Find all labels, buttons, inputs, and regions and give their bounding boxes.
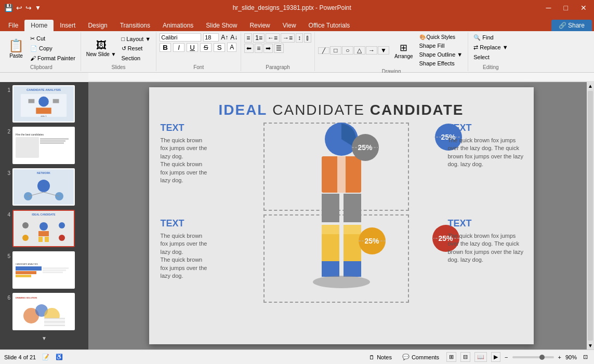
view-slide-sorter-icon[interactable]: ⊟ (460, 352, 470, 362)
share-button[interactable]: 🔗 Share (551, 20, 592, 31)
font-size-input[interactable] (203, 33, 219, 42)
tab-home[interactable]: Home (24, 20, 54, 31)
view-normal-icon[interactable]: ⊞ (446, 352, 456, 362)
svg-point-3 (38, 97, 49, 107)
find-button[interactable]: 🔍 Find (471, 33, 495, 42)
zoom-out-icon[interactable]: − (505, 354, 508, 360)
close-button[interactable]: ✕ (577, 3, 590, 13)
svg-point-19 (22, 235, 29, 241)
shape-fill-button[interactable]: Shape Fill (417, 42, 465, 50)
tab-insert[interactable]: Insert (54, 20, 82, 31)
slide-img-3[interactable]: NETWORK (12, 168, 75, 206)
tab-review[interactable]: Review (243, 20, 276, 31)
zoom-slider[interactable] (512, 356, 554, 358)
font-increase-icon[interactable]: A↑ (221, 34, 228, 41)
slides-group: 🖼 New Slide ▼ □ Layout ▼ ↺ Reset Section… (81, 32, 156, 71)
tab-office-tutorials[interactable]: Office Tutorials (302, 20, 357, 31)
save-icon[interactable]: 💾 (4, 4, 13, 12)
align-left-button[interactable]: ⬅ (244, 44, 254, 53)
justify-button[interactable]: ☰ (274, 44, 284, 53)
bullets-button[interactable]: ≡ (244, 33, 252, 43)
zoom-in-icon[interactable]: + (558, 354, 561, 360)
scroll-down-icon[interactable]: ▼ (42, 335, 47, 341)
slide-thumb-5[interactable]: 5 CANDIDATE ANALYSIS (2, 250, 86, 290)
italic-button[interactable]: I (173, 43, 184, 52)
bold-button[interactable]: B (160, 43, 171, 52)
shape-rect-icon[interactable]: □ (330, 46, 341, 55)
tab-transitions[interactable]: Transitions (114, 20, 156, 31)
tab-view[interactable]: View (276, 20, 302, 31)
arrange-button[interactable]: ⊞ Arrange (392, 41, 415, 60)
slide-num-1: 1 (3, 85, 10, 93)
slide-num-4: 4 (3, 210, 10, 218)
title-bar-controls: ─ □ ✕ (543, 3, 590, 13)
paste-button[interactable]: 📋 Paste (5, 37, 27, 60)
minimize-button[interactable]: ─ (543, 3, 555, 13)
shape-oval-icon[interactable]: ○ (342, 46, 353, 55)
slide-thumb-6[interactable]: 6 DRAWING SOLUTION (2, 292, 86, 331)
comments-button[interactable]: 💬 Comments (399, 353, 442, 361)
line-spacing-button[interactable]: ↕ (296, 33, 303, 43)
replace-button[interactable]: ⇄ Replace ▼ (471, 43, 510, 52)
scroll-up-arrow[interactable]: ▲ (587, 82, 594, 90)
svg-point-8 (37, 180, 50, 192)
slide-img-2[interactable]: Hire the best candidates (12, 127, 75, 164)
notes-button[interactable]: 🗒 Notes (366, 353, 395, 361)
numbering-button[interactable]: 1≡ (253, 33, 265, 43)
tab-file[interactable]: File (2, 20, 24, 31)
shape-arrow-icon[interactable]: → (366, 46, 377, 55)
slide-thumb-1[interactable]: 1 CANDIDATE ANALYSIS slide 1 (2, 84, 86, 124)
font-decrease-icon[interactable]: A↓ (230, 34, 237, 41)
reset-button[interactable]: ↺ Reset (120, 44, 153, 53)
text-body-bottom-right: The quick brown fox jumps over the lazy … (448, 232, 529, 264)
slide-img-4[interactable]: IDEAL CANDIDATE (12, 210, 75, 247)
undo-icon[interactable]: ↩ (16, 4, 22, 12)
slide-img-6[interactable]: DRAWING SOLUTION (12, 293, 75, 330)
align-right-button[interactable]: ➡ (263, 44, 273, 53)
tab-animations[interactable]: Animations (156, 20, 200, 31)
slide-thumb-3[interactable]: 3 NETWORK (2, 167, 86, 207)
shape-effects-button[interactable]: Shape Effects (417, 59, 465, 68)
section-button[interactable]: Section (120, 54, 153, 62)
font-family-input[interactable] (160, 33, 201, 42)
align-center-button[interactable]: ≡ (255, 44, 262, 53)
fit-to-window-icon[interactable]: ⊡ (581, 353, 590, 361)
font-color-button[interactable]: A (227, 43, 236, 52)
columns-button[interactable]: ⫿ (304, 33, 311, 43)
shapes-more-icon[interactable]: ▼ (378, 46, 389, 55)
slide-thumb-2[interactable]: 2 Hire the best candidates (2, 126, 86, 165)
new-slide-button[interactable]: 🖼 New Slide ▼ (84, 38, 118, 58)
shape-line-icon[interactable]: ╱ (318, 47, 329, 54)
indent-inc-button[interactable]: →≡ (281, 33, 295, 43)
redo-icon[interactable]: ↪ (25, 4, 32, 12)
layout-button[interactable]: □ Layout ▼ (120, 35, 153, 43)
select-button[interactable]: Select (471, 53, 492, 61)
scroll-thumb[interactable] (588, 91, 593, 341)
tab-design[interactable]: Design (82, 20, 113, 31)
indent-dec-button[interactable]: ←≡ (266, 33, 280, 43)
format-painter-button[interactable]: 🖌 Format Painter (28, 54, 77, 62)
strikethrough-button[interactable]: S (200, 43, 212, 52)
cut-button[interactable]: ✂ Cut (28, 34, 77, 43)
view-reading-icon[interactable]: 📖 (474, 352, 487, 362)
slide-thumb-4[interactable]: 4 IDEAL CANDIDATE (2, 209, 86, 248)
drawing-group: ╱ □ ○ △ → ▼ ⊞ Arrange 🎨Quick Styles Shap… (315, 32, 468, 71)
underline-button[interactable]: U (187, 43, 198, 52)
zoom-level[interactable]: 90% (565, 354, 577, 360)
shape-outline-button[interactable]: Shape Outline ▼ (417, 50, 465, 59)
maximize-button[interactable]: □ (561, 3, 571, 13)
slide-img-1[interactable]: CANDIDATE ANALYSIS slide 1 (12, 85, 75, 123)
slide-img-5[interactable]: CANDIDATE ANALYSIS (12, 251, 75, 289)
shape-tri-icon[interactable]: △ (354, 46, 365, 55)
shadow-button[interactable]: S (214, 43, 225, 52)
slideshow-icon[interactable]: ▶ (491, 352, 500, 362)
vertical-scrollbar[interactable]: ▲ ▼ (587, 82, 594, 349)
quick-styles-button[interactable]: 🎨Quick Styles (417, 33, 465, 41)
tab-slideshow[interactable]: Slide Show (200, 20, 243, 31)
svg-rect-6 (53, 99, 59, 103)
customize-icon[interactable]: ▼ (35, 4, 41, 11)
copy-button[interactable]: 📄 Copy (28, 44, 77, 53)
editing-content: 🔍 Find ⇄ Replace ▼ Select (471, 33, 510, 63)
scroll-down-arrow[interactable]: ▼ (587, 342, 594, 349)
horizontal-ruler: // drawn via JS below (88, 73, 594, 82)
